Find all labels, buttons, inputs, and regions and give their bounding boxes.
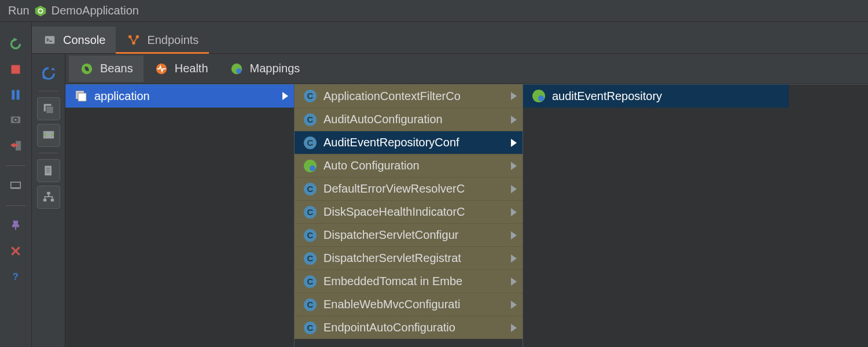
class-icon: C — [303, 112, 318, 127]
config-item[interactable]: CAuditEventRepositoryConf — [295, 131, 523, 154]
close-icon[interactable] — [8, 243, 24, 259]
config-item[interactable]: CEmbeddedTomcat in Embe — [295, 270, 523, 293]
diagram-icon[interactable] — [37, 186, 60, 209]
class-icon: C — [303, 135, 318, 150]
svg-rect-13 — [12, 187, 20, 189]
tab-endpoints[interactable]: Endpoints — [116, 27, 209, 53]
layout-icon[interactable] — [8, 178, 24, 194]
svg-text:C: C — [307, 115, 314, 124]
spring-icon — [303, 158, 318, 174]
config-item[interactable]: CDefaultErrorViewResolverC — [295, 177, 523, 200]
svg-marker-41 — [511, 92, 517, 100]
chevron-right-icon — [511, 324, 517, 332]
svg-rect-12 — [11, 182, 21, 189]
subtab-mappings[interactable]: Mappings — [219, 56, 311, 82]
rerun-icon[interactable] — [8, 36, 24, 52]
svg-rect-37 — [78, 93, 86, 101]
chevron-right-icon — [511, 185, 517, 193]
svg-marker-50 — [511, 162, 517, 170]
subtab-beans[interactable]: Beans — [69, 56, 144, 82]
svg-point-73 — [538, 95, 544, 101]
column-context: application — [65, 84, 294, 347]
svg-marker-38 — [282, 92, 288, 100]
health-icon — [154, 61, 169, 76]
svg-text:C: C — [307, 138, 314, 147]
svg-marker-62 — [511, 254, 517, 263]
svg-rect-26 — [46, 168, 50, 169]
pause-icon[interactable] — [8, 87, 24, 103]
separator — [39, 91, 58, 91]
svg-rect-23 — [46, 106, 53, 113]
console-icon — [42, 32, 57, 47]
chevron-right-icon — [511, 139, 517, 147]
svg-marker-3 — [14, 38, 18, 42]
dump-threads-icon[interactable] — [8, 112, 24, 128]
chevron-right-icon — [511, 278, 517, 286]
config-item[interactable]: CDiskSpaceHealthIndicatorC — [295, 200, 523, 223]
spring-boot-icon — [33, 3, 48, 19]
run-toolwindow-header: Run DemoApplication — [0, 0, 868, 22]
config-item-label: EnableWebMvcConfigurati — [323, 298, 505, 311]
svg-marker-56 — [511, 208, 517, 216]
spring-icon — [531, 88, 546, 104]
subtab-health[interactable]: Health — [144, 56, 219, 82]
diff-icon[interactable] — [37, 124, 60, 147]
tab-endpoints-label: Endpoints — [147, 34, 198, 47]
bean-item[interactable]: auditEventRepository — [523, 84, 789, 108]
chevron-right-icon — [511, 208, 517, 216]
config-item[interactable]: CAuditAutoConfiguration — [295, 108, 523, 131]
config-item[interactable]: CApplicationContextFilterCo — [295, 84, 523, 108]
svg-marker-53 — [511, 185, 517, 193]
svg-marker-44 — [511, 116, 517, 124]
run-label: Run — [8, 4, 30, 17]
svg-text:C: C — [307, 300, 314, 309]
svg-marker-71 — [511, 324, 517, 332]
help-icon[interactable]: ? — [8, 268, 24, 285]
separator — [6, 205, 25, 206]
svg-text:?: ? — [13, 271, 19, 282]
stop-icon[interactable] — [8, 61, 24, 77]
stack-icon — [73, 88, 89, 104]
bean-item-label: auditEventRepository — [552, 90, 783, 103]
class-icon: C — [303, 320, 318, 335]
subtab-health-label: Health — [175, 62, 208, 75]
config-item-label: DispatcherServletRegistrat — [323, 252, 505, 265]
svg-rect-5 — [12, 90, 14, 100]
config-item[interactable]: CDispatcherServletRegistrat — [295, 246, 523, 270]
config-item-label: Auto Configuration — [323, 159, 505, 172]
endpoint-tool-rail — [32, 54, 65, 347]
class-icon: C — [303, 251, 318, 266]
doc-icon[interactable] — [37, 159, 60, 182]
svg-rect-27 — [46, 169, 50, 171]
pin-icon[interactable] — [8, 217, 24, 234]
column-bean: auditEventRepository — [523, 84, 789, 347]
config-item-label: DefaultErrorViewResolverC — [323, 182, 505, 195]
context-item-label: application — [94, 90, 277, 103]
svg-point-9 — [14, 119, 16, 121]
refresh-icon[interactable] — [41, 62, 57, 85]
endpoint-subtabs: Beans Health Mappings — [65, 54, 868, 84]
svg-text:C: C — [307, 230, 314, 240]
config-item[interactable]: Auto Configuration — [295, 154, 523, 177]
config-item[interactable]: CEnableWebMvcConfigurati — [295, 293, 523, 316]
config-item[interactable]: CEndpointAutoConfiguratio — [295, 316, 523, 339]
svg-marker-59 — [511, 231, 517, 239]
separator — [6, 165, 25, 166]
config-item[interactable]: CDispatcherServletConfigur — [295, 223, 523, 246]
svg-point-2 — [39, 9, 42, 13]
svg-point-49 — [310, 165, 315, 171]
exit-icon[interactable] — [8, 138, 24, 154]
run-action-rail: ? — [0, 22, 32, 347]
class-icon: C — [303, 297, 318, 312]
copy-all-icon[interactable] — [37, 97, 60, 120]
beans-columns: application CApplicationContextFilterCoC… — [65, 84, 868, 347]
svg-text:C: C — [307, 253, 314, 263]
context-item[interactable]: application — [65, 84, 294, 108]
endpoints-icon — [126, 32, 141, 47]
svg-rect-15 — [45, 36, 55, 44]
tab-console[interactable]: Console — [32, 27, 116, 53]
svg-rect-29 — [47, 192, 50, 195]
class-icon: C — [303, 182, 318, 197]
separator — [39, 153, 58, 153]
svg-rect-28 — [46, 172, 50, 173]
